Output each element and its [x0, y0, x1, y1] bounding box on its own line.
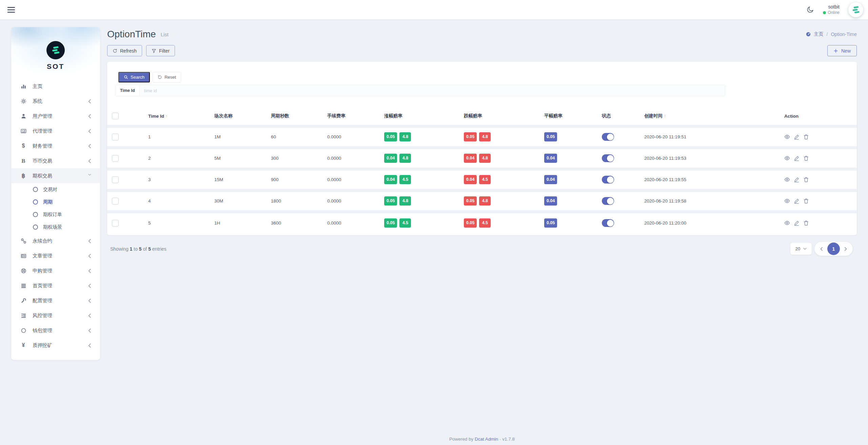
status-toggle[interactable]: [602, 154, 614, 162]
sidebar-item-3[interactable]: 代理管理: [11, 123, 100, 138]
cell-seconds: 3600: [271, 212, 327, 233]
edit-button[interactable]: [794, 177, 800, 182]
cell-flat-rate: 0.05: [544, 126, 602, 148]
user-menu[interactable]: sotbit Online: [823, 4, 840, 15]
delete-button[interactable]: [803, 220, 809, 226]
column-header-0[interactable]: Time Id↑: [148, 108, 214, 126]
status-toggle[interactable]: [602, 219, 614, 227]
breadcrumb-current: Option-Time: [831, 32, 857, 37]
filter-button[interactable]: Filter: [146, 45, 175, 56]
view-button[interactable]: [784, 134, 790, 140]
current-page-button[interactable]: 1: [827, 243, 840, 255]
edit-button[interactable]: [794, 134, 800, 140]
view-button[interactable]: [784, 177, 790, 182]
reset-button[interactable]: Reset: [153, 72, 181, 82]
search-button[interactable]: Search: [118, 72, 150, 82]
view-button[interactable]: [784, 155, 790, 161]
view-button[interactable]: [784, 220, 790, 226]
delete-button[interactable]: [803, 177, 809, 182]
cell-up-rate: 0.054.8: [384, 190, 464, 212]
cell-seconds: 60: [271, 126, 327, 148]
sidebar-item-label: 钱包管理: [33, 327, 52, 334]
row-checkbox[interactable]: [112, 155, 119, 162]
dcat-admin-link[interactable]: Dcat Admin: [475, 437, 498, 442]
sidebar-item-12[interactable]: 风控管理: [11, 308, 100, 323]
sidebar-item-5[interactable]: B币币交易: [11, 153, 100, 168]
sidebar-subitem-6-3[interactable]: 期权场景: [11, 221, 100, 233]
plus-icon: [833, 49, 838, 53]
sidebar-item-9[interactable]: 申购管理: [11, 263, 100, 278]
sidebar-subitem-6-1[interactable]: 周期: [11, 196, 100, 208]
sidebar-subitem-6-2[interactable]: 期权订单: [11, 208, 100, 221]
column-header-8[interactable]: 创建时间↑: [644, 108, 784, 126]
refresh-button[interactable]: Refresh: [107, 45, 142, 56]
view-button[interactable]: [784, 198, 790, 204]
sidebar-subitem-label: 周期: [43, 199, 53, 205]
sidebar-item-10[interactable]: 首页管理: [11, 278, 100, 293]
avatar[interactable]: [848, 2, 863, 17]
edit-button[interactable]: [794, 220, 800, 226]
delete-button[interactable]: [803, 134, 809, 140]
page-size-select[interactable]: 20: [790, 243, 812, 255]
status-toggle[interactable]: [602, 197, 614, 205]
sidebar-item-2[interactable]: 用户管理: [11, 109, 100, 123]
sidebar-subitem-6-0[interactable]: 交易对: [11, 183, 100, 196]
table-row: 11M600.00000.054.80.054.80.052020-06-20 …: [107, 126, 857, 148]
sidebar-item-1[interactable]: 系统: [11, 94, 100, 109]
cell-flat-rate: 0.04: [544, 169, 602, 190]
next-page-button[interactable]: [841, 244, 851, 254]
row-select-cell: [107, 169, 148, 190]
time-id-input[interactable]: [140, 85, 725, 96]
sidebar-item-4[interactable]: $财务管理: [11, 138, 100, 153]
down-rate-badge: 0.05: [464, 218, 477, 228]
status-toggle[interactable]: [602, 133, 614, 141]
cell-down-rate: 0.054.5: [464, 212, 544, 233]
select-all-checkbox[interactable]: [112, 113, 119, 119]
sidebar-item-8[interactable]: 文章管理: [11, 248, 100, 263]
breadcrumb-home-link[interactable]: 主页: [814, 31, 824, 37]
sidebar-item-6[interactable]: ฿期权交易: [11, 168, 100, 183]
sidebar-item-14[interactable]: ¥质押挖矿: [11, 338, 100, 353]
cell-created-at: 2020-06-20 11:19:55: [644, 169, 784, 190]
filter-icon: [152, 49, 156, 53]
up-rate-badge: 4.8: [399, 132, 411, 141]
row-checkbox[interactable]: [112, 134, 119, 140]
app-logo[interactable]: SOT: [11, 27, 100, 71]
sidebar-subitem-label: 期权场景: [43, 224, 62, 230]
chevron-left-icon: [88, 313, 91, 318]
sidebar-item-13[interactable]: 钱包管理: [11, 323, 100, 338]
delete-button[interactable]: [803, 155, 809, 161]
row-actions: [784, 198, 857, 204]
flat-rate-badge: 0.04: [544, 154, 557, 163]
column-label: Time Id: [148, 114, 164, 119]
sort-arrow-icon[interactable]: ↑: [165, 114, 167, 119]
cell-down-rate: 0.054.8: [464, 126, 544, 148]
sidebar-item-11[interactable]: 配置管理: [11, 293, 100, 308]
prev-page-button[interactable]: [816, 244, 827, 254]
cell-name: 1M: [214, 126, 271, 148]
data-table: Time Id↑场次名称周期秒数手续费率涨幅赔率跌幅赔率平幅赔率状态创建时间↑A…: [107, 108, 857, 233]
row-checkbox[interactable]: [112, 198, 119, 205]
delete-button[interactable]: [803, 198, 809, 204]
row-select-cell: [107, 126, 148, 148]
table-row: 430M18000.00000.054.80.054.80.042020-06-…: [107, 190, 857, 212]
edit-button[interactable]: [794, 155, 800, 161]
chevron-down-icon: [803, 248, 807, 250]
sort-arrow-icon[interactable]: ↑: [664, 114, 666, 118]
status-toggle[interactable]: [602, 176, 614, 183]
down-rate-badge: 4.8: [479, 196, 491, 206]
cell-status: [602, 190, 644, 212]
row-checkbox[interactable]: [112, 220, 119, 227]
sidebar-item-7[interactable]: 永续合约: [11, 233, 100, 248]
new-button[interactable]: New: [827, 45, 857, 56]
cell-down-rate: 0.044.8: [464, 148, 544, 169]
dark-mode-toggle-icon[interactable]: [806, 6, 814, 14]
menu-toggle-icon[interactable]: [7, 7, 15, 13]
edit-button[interactable]: [794, 198, 800, 204]
search-icon: [124, 75, 128, 79]
row-checkbox[interactable]: [112, 176, 119, 183]
cell-status: [602, 126, 644, 148]
life-ring-icon: [20, 268, 27, 274]
chevron-left-icon: [88, 343, 91, 348]
sidebar-item-0[interactable]: 主页: [11, 79, 100, 94]
